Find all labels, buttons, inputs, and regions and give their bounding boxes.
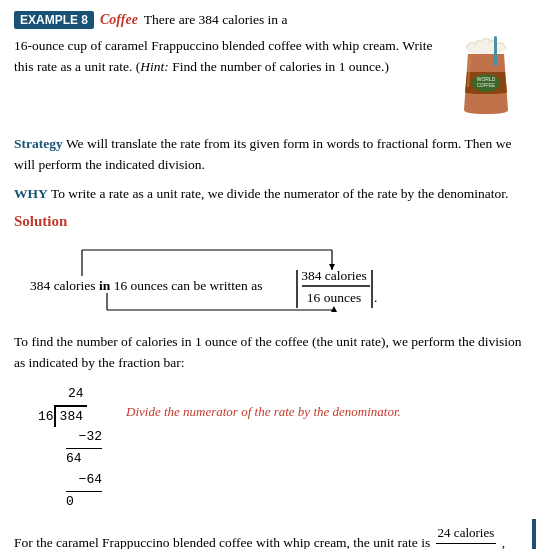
example-header: EXAMPLE 8 Coffee There are 384 calories … (14, 10, 522, 30)
bracket-diagram: 384 calories in 16 ounces can be written… (22, 238, 482, 316)
blue-accent-bar (532, 519, 536, 549)
svg-text:.: . (374, 290, 377, 305)
example-badge: EXAMPLE 8 (14, 11, 94, 29)
long-division-section: 24 16 384 −32 64 −64 0 Divide the numera… (38, 384, 522, 513)
example-title: Coffee (100, 12, 138, 28)
strategy-block: Strategy We will translate the rate from… (14, 134, 522, 176)
dividend: 384 (54, 405, 87, 428)
fraction-region: 384 calories in 16 ounces can be written… (22, 238, 522, 320)
svg-text:16 ounces: 16 ounces (307, 290, 361, 305)
why-label: WHY (14, 186, 48, 201)
intro-text: 16-ounce cup of caramel Frappuccino blen… (14, 36, 442, 78)
intro-body: 16-ounce cup of caramel Frappuccino blen… (14, 38, 432, 74)
bottom-fraction: 24 calories 1 ounce (436, 523, 497, 549)
quotient-row: 24 (68, 384, 102, 405)
step2: 64 (66, 449, 102, 470)
svg-marker-19 (331, 306, 337, 312)
svg-text:COFFEE: COFFEE (477, 83, 495, 88)
header-intro-inline: There are 384 calories in a (144, 10, 288, 30)
step4: 0 (66, 492, 102, 513)
long-division-display: 24 16 384 −32 64 −64 0 (38, 384, 102, 513)
step3: −64 (66, 470, 102, 492)
bottom-text-pre: For the caramel Frappuccino blended coff… (14, 535, 430, 549)
quotient: 24 (68, 386, 84, 401)
division-intro: To find the number of calories in 1 ounc… (14, 332, 522, 374)
solution-label: Solution (14, 213, 522, 230)
svg-text:384 calories: 384 calories (301, 268, 367, 283)
step1: −32 (66, 427, 102, 449)
division-steps: −32 64 −64 0 (66, 427, 102, 512)
bottom-paragraph: For the caramel Frappuccino blended coff… (14, 523, 522, 549)
long-division-hint: Divide the numerator of the rate by the … (126, 402, 401, 423)
top-section: 16-ounce cup of caramel Frappuccino blen… (14, 36, 522, 126)
divisor: 16 (38, 407, 54, 428)
division-intro-text: To find the number of calories in 1 ounc… (14, 334, 522, 370)
coffee-cup-image: WORLD COFFEE (450, 32, 522, 126)
svg-rect-4 (494, 36, 497, 66)
strategy-label: Strategy (14, 136, 63, 151)
divisor-dividend-row: 16 384 (38, 405, 102, 428)
why-block: WHY To write a rate as a unit rate, we d… (14, 184, 522, 205)
bottom-frac-numerator: 24 calories (436, 523, 497, 545)
svg-text:384 calories in 16 ounces can : 384 calories in 16 ounces can be written… (30, 278, 262, 293)
strategy-text: We will translate the rate from its give… (14, 136, 511, 172)
svg-text:WORLD: WORLD (477, 76, 496, 82)
bottom-frac-denominator: 1 ounce (444, 544, 489, 549)
why-text: To write a rate as a unit rate, we divid… (51, 186, 509, 201)
